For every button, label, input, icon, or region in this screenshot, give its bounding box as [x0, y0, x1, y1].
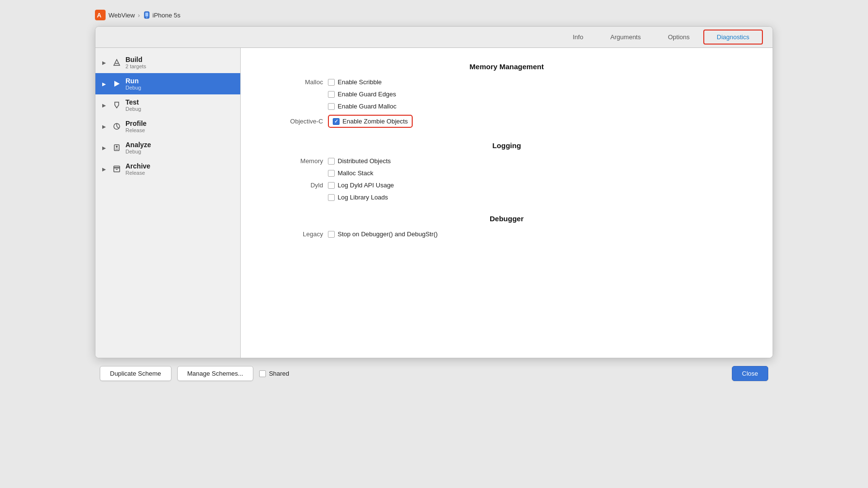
stop-on-debugger-checkbox[interactable]: [328, 231, 335, 238]
tab-diagnostics[interactable]: Diagnostics: [703, 30, 763, 45]
archive-subtitle: Release: [125, 170, 150, 176]
enable-guard-malloc-label: Enable Guard Malloc: [338, 103, 396, 110]
scheme-dialog: Info Arguments Options Diagnostics ▶ Bui…: [95, 26, 773, 358]
scribble-row: Malloc Enable Scribble: [270, 78, 744, 86]
log-library-loads-row: Log Library Loads: [270, 194, 744, 201]
analyze-subtitle: Debug: [125, 149, 151, 154]
guard-malloc-checkbox-area: Enable Guard Malloc: [328, 103, 744, 110]
build-text: Build 2 targets: [125, 56, 146, 69]
test-text: Test Debug: [125, 98, 141, 112]
distributed-objects-label: Distributed Objects: [338, 157, 391, 165]
dyld-label: Dyld: [270, 182, 328, 189]
tab-arguments[interactable]: Arguments: [597, 30, 654, 45]
enable-scribble-label: Enable Scribble: [338, 78, 382, 86]
expand-arrow-test: ▶: [102, 103, 108, 108]
log-dyld-api-area: Log Dyld API Usage: [328, 182, 744, 189]
log-dyld-api-checkbox[interactable]: [328, 182, 335, 189]
main-panel: Memory Management Malloc Enable Scribble…: [241, 48, 773, 358]
svg-marker-6: [114, 81, 120, 87]
manage-schemes-button[interactable]: Manage Schemes...: [177, 366, 254, 381]
shared-area: Shared: [259, 370, 289, 377]
enable-zombie-objects-label: Enable Zombie Objects: [342, 118, 408, 125]
distributed-objects-area: Distributed Objects: [328, 157, 744, 165]
memory-management-title: Memory Management: [270, 62, 744, 71]
logging-group: Logging Memory Distributed Objects Mallo…: [270, 141, 744, 201]
distributed-objects-row: Memory Distributed Objects: [270, 157, 744, 165]
device-icon: [143, 11, 151, 19]
shared-checkbox[interactable]: [259, 370, 266, 377]
analyze-icon: [112, 143, 122, 152]
enable-guard-malloc-checkbox[interactable]: [328, 103, 335, 110]
svg-line-9: [117, 126, 119, 128]
test-subtitle: Debug: [125, 106, 141, 112]
sidebar-item-profile[interactable]: ▶ Profile Release: [95, 116, 240, 137]
svg-point-4: [146, 17, 147, 18]
build-icon: [112, 58, 122, 67]
content-area: ▶ Build 2 targets ▶ Run Debug: [95, 48, 773, 358]
profile-title: Profile: [125, 120, 147, 127]
objective-c-label: Objective-C: [270, 118, 328, 125]
archive-icon: [112, 164, 122, 174]
run-icon: [112, 79, 122, 89]
debugger-title: Debugger: [270, 214, 744, 223]
legacy-label: Legacy: [270, 230, 328, 238]
sidebar-item-run[interactable]: ▶ Run Debug: [95, 73, 240, 94]
device-label: iPhone 5s: [143, 11, 181, 19]
malloc-label: Malloc: [270, 78, 328, 86]
guard-malloc-row: Enable Guard Malloc: [270, 103, 744, 110]
build-title: Build: [125, 56, 146, 63]
tab-bar: Info Arguments Options Diagnostics: [95, 27, 773, 48]
enable-guard-edges-checkbox[interactable]: [328, 91, 335, 98]
enable-zombie-objects-checkbox[interactable]: [333, 118, 340, 125]
breadcrumb-separator: ›: [138, 12, 140, 19]
bottom-left-buttons: Duplicate Scheme Manage Schemes... Share…: [100, 366, 289, 381]
stop-on-debugger-label: Stop on Debugger() and DebugStr(): [338, 230, 438, 238]
malloc-stack-row: Malloc Stack: [270, 169, 744, 177]
svg-text:A: A: [97, 12, 102, 19]
run-title: Run: [125, 77, 141, 85]
sidebar: ▶ Build 2 targets ▶ Run Debug: [95, 48, 241, 358]
duplicate-scheme-button[interactable]: Duplicate Scheme: [100, 366, 171, 381]
enable-scribble-checkbox[interactable]: [328, 79, 335, 86]
tab-info[interactable]: Info: [559, 30, 597, 45]
malloc-stack-label: Malloc Stack: [338, 169, 373, 177]
malloc-stack-area: Malloc Stack: [328, 169, 744, 177]
shared-label: Shared: [269, 370, 289, 377]
expand-arrow-archive: ▶: [102, 167, 108, 172]
distributed-objects-checkbox[interactable]: [328, 158, 335, 165]
app-name: WebView: [108, 12, 135, 19]
log-library-loads-area: Log Library Loads: [328, 194, 744, 201]
zombie-highlight-box: Enable Zombie Objects: [328, 115, 413, 128]
log-library-loads-label: Log Library Loads: [338, 194, 388, 201]
log-library-loads-checkbox[interactable]: [328, 194, 335, 201]
log-dyld-api-row: Dyld Log Dyld API Usage: [270, 182, 744, 189]
close-button[interactable]: Close: [732, 366, 768, 381]
top-bar: A WebView › iPhone 5s: [95, 10, 773, 20]
malloc-stack-checkbox[interactable]: [328, 170, 335, 177]
archive-text: Archive Release: [125, 162, 150, 176]
profile-icon: [112, 122, 122, 131]
guard-edges-checkbox-area: Enable Guard Edges: [328, 91, 744, 98]
tab-options[interactable]: Options: [654, 30, 703, 45]
run-text: Run Debug: [125, 77, 141, 91]
zombie-row: Objective-C Enable Zombie Objects: [270, 115, 744, 128]
debugger-group: Debugger Legacy Stop on Debugger() and D…: [270, 214, 744, 238]
guard-edges-row: Enable Guard Edges: [270, 91, 744, 98]
expand-arrow-run: ▶: [102, 81, 108, 87]
run-subtitle: Debug: [125, 85, 141, 91]
memory-management-group: Memory Management Malloc Enable Scribble…: [270, 62, 744, 128]
sidebar-item-test[interactable]: ▶ Test Debug: [95, 94, 240, 116]
sidebar-item-archive[interactable]: ▶ Archive Release: [95, 158, 240, 180]
build-subtitle: 2 targets: [125, 63, 146, 69]
xcode-icon: A: [95, 10, 106, 20]
archive-title: Archive: [125, 162, 150, 170]
expand-arrow: ▶: [102, 60, 108, 65]
bottom-bar: Duplicate Scheme Manage Schemes... Share…: [95, 366, 773, 381]
svg-rect-14: [114, 166, 120, 168]
test-title: Test: [125, 98, 141, 106]
log-dyld-api-label: Log Dyld API Usage: [338, 182, 394, 189]
sidebar-item-analyze[interactable]: ▶ Analyze Debug: [95, 137, 240, 158]
test-icon: [112, 100, 122, 110]
profile-text: Profile Release: [125, 120, 147, 133]
sidebar-item-build[interactable]: ▶ Build 2 targets: [95, 52, 240, 73]
